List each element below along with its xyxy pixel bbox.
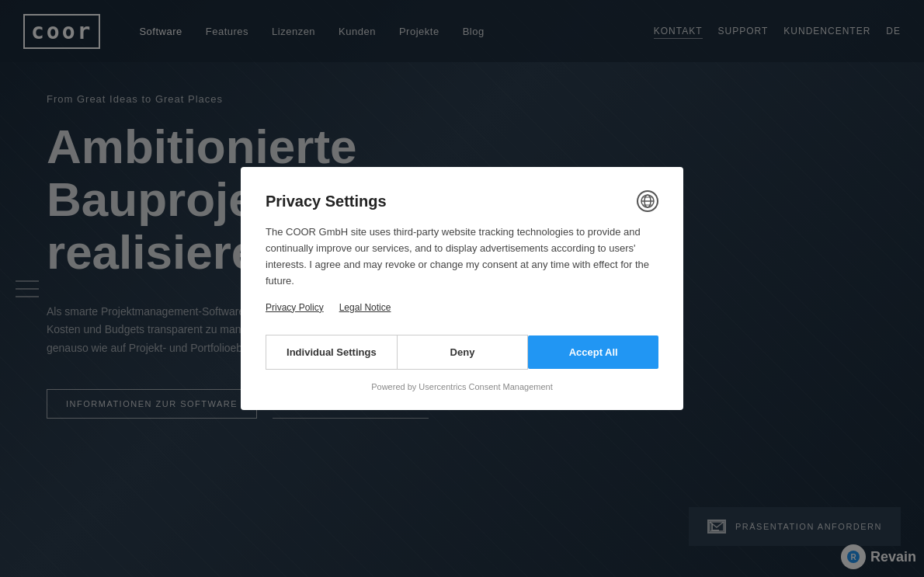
modal-overlay[interactable]: Privacy Settings The COOR GmbH site uses…	[0, 0, 924, 577]
powered-by-text: Powered by Usercentrics Consent Manageme…	[266, 382, 658, 391]
privacy-policy-link[interactable]: Privacy Policy	[266, 302, 324, 313]
privacy-body-text: The COOR GmbH site uses third-party webs…	[266, 224, 658, 289]
privacy-header: Privacy Settings	[266, 190, 658, 212]
privacy-actions: Individual Settings Deny Accept All	[266, 335, 658, 370]
privacy-dialog: Privacy Settings The COOR GmbH site uses…	[241, 167, 683, 409]
legal-notice-link[interactable]: Legal Notice	[339, 302, 391, 313]
privacy-title: Privacy Settings	[266, 193, 387, 210]
accept-all-button[interactable]: Accept All	[528, 335, 658, 369]
individual-settings-button[interactable]: Individual Settings	[266, 335, 398, 370]
privacy-links: Privacy Policy Legal Notice	[266, 302, 658, 313]
globe-icon[interactable]	[637, 190, 658, 212]
deny-button[interactable]: Deny	[398, 335, 529, 370]
